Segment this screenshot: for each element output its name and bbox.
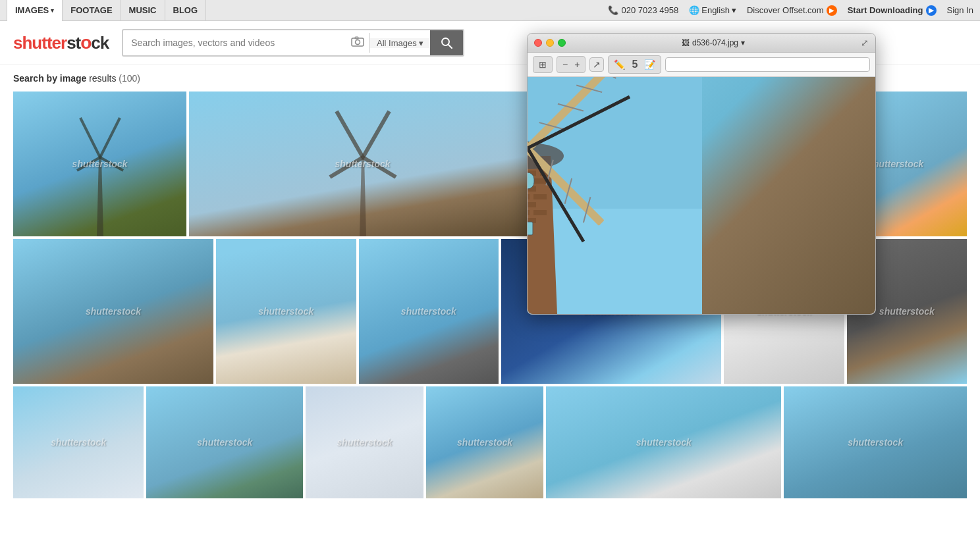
- window-close-button[interactable]: [534, 39, 542, 47]
- watermark-16: shutterstock: [848, 437, 903, 448]
- results-count: (100): [119, 73, 140, 84]
- grid-item-13[interactable]: shutterstock: [306, 386, 423, 498]
- svg-rect-29: [528, 194, 530, 199]
- zoom-out-button[interactable]: −: [560, 58, 570, 71]
- grid-item-1[interactable]: shutterstock: [13, 92, 186, 236]
- zoom-group: − +: [557, 56, 585, 73]
- nav-music[interactable]: MUSIC: [121, 0, 165, 21]
- svg-marker-10: [360, 157, 366, 236]
- zoom-in-button[interactable]: +: [572, 58, 582, 71]
- watermark-6: shutterstock: [258, 306, 313, 317]
- svg-rect-39: [528, 222, 533, 235]
- svg-rect-34: [528, 210, 530, 215]
- svg-line-9: [100, 157, 123, 171]
- grid-item-15[interactable]: shutterstock: [546, 386, 781, 498]
- watermark-5: shutterstock: [86, 306, 141, 317]
- svg-line-7: [100, 118, 120, 157]
- grid-item-5[interactable]: shutterstock: [13, 239, 213, 384]
- svg-rect-32: [528, 202, 536, 207]
- file-icon: 🖼: [682, 38, 690, 47]
- discover-offset-link[interactable]: Discover Offset.com ▶: [747, 5, 837, 16]
- window-maximize-button[interactable]: [558, 39, 566, 47]
- edit-group: ✏️ 5 📝: [608, 55, 661, 74]
- svg-rect-35: [533, 210, 547, 215]
- svg-line-4: [449, 45, 452, 48]
- logo-shutter: shutter: [13, 33, 67, 53]
- watermark-11: shutterstock: [51, 437, 106, 448]
- logo-stock: st: [67, 33, 80, 53]
- grid-item-2[interactable]: shutterstock: [189, 92, 536, 236]
- edit-button-1[interactable]: ✏️: [611, 58, 628, 71]
- title-dropdown-arrow: ▾: [741, 38, 745, 47]
- watermark-13: shutterstock: [337, 437, 393, 448]
- watermark-12: shutterstock: [197, 437, 252, 448]
- sign-in-link[interactable]: Sign In: [947, 5, 973, 15]
- window-resize-handle[interactable]: ⤢: [861, 38, 869, 48]
- preview-toolbar: ⊞ − + ↗ ✏️ 5 📝: [528, 53, 875, 77]
- preview-window: 🖼 d536-074.jpg ▾ ⤢ ⊞ − + ↗ ✏️ 5 📝: [527, 33, 876, 315]
- logo-dot: o: [80, 32, 91, 53]
- results-label: results: [89, 73, 116, 84]
- svg-line-12: [363, 111, 389, 157]
- language-selector[interactable]: 🌐 English ▾: [689, 5, 736, 15]
- svg-rect-30: [533, 194, 547, 199]
- start-dl-arrow-icon: ▶: [926, 5, 937, 16]
- lang-arrow: ▾: [732, 5, 736, 15]
- topbar: IMAGES ▾ FOOTAGE MUSIC BLOG 📞 020 7023 4…: [0, 0, 980, 21]
- watermark-7: shutterstock: [401, 306, 456, 317]
- edit-button-3[interactable]: 📝: [641, 58, 658, 71]
- search-bar: All Images ▾: [122, 29, 464, 57]
- nav-footage[interactable]: FOOTAGE: [63, 0, 121, 21]
- grid-view-button[interactable]: ⊞: [536, 58, 549, 71]
- grid-row-3: shutterstock shutterstock shutterstock s…: [13, 386, 967, 498]
- svg-line-11: [337, 111, 363, 157]
- grid-item-12[interactable]: shutterstock: [146, 386, 303, 498]
- globe-icon: 🌐: [689, 5, 699, 15]
- svg-line-14: [363, 157, 396, 177]
- grid-item-16[interactable]: shutterstock: [784, 386, 967, 498]
- watermark-14: shutterstock: [457, 437, 512, 448]
- watermark-4: shutterstock: [868, 159, 923, 169]
- preview-image: [528, 77, 875, 314]
- camera-search-button[interactable]: [346, 36, 369, 49]
- grid-item-11[interactable]: shutterstock: [13, 386, 144, 498]
- share-button[interactable]: ↗: [589, 57, 604, 72]
- discover-arrow-icon: ▶: [827, 5, 837, 16]
- edit-button-2[interactable]: 5: [629, 57, 640, 72]
- nav-blog[interactable]: BLOG: [165, 0, 207, 21]
- preview-titlebar: 🖼 d536-074.jpg ▾ ⤢: [528, 34, 875, 53]
- search-button[interactable]: [430, 30, 463, 55]
- watermark-15: shutterstock: [636, 437, 692, 448]
- svg-marker-5: [97, 157, 103, 236]
- search-input[interactable]: [123, 32, 346, 53]
- search-type-selector[interactable]: All Images ▾: [370, 38, 430, 48]
- images-dropdown-arrow: ▾: [51, 7, 54, 14]
- grid-item-6[interactable]: shutterstock: [216, 239, 356, 384]
- svg-line-8: [77, 157, 100, 171]
- svg-line-6: [80, 118, 100, 157]
- topbar-right: 📞 020 7023 4958 🌐 English ▾ Discover Off…: [608, 5, 973, 16]
- preview-title: 🖼 d536-074.jpg ▾: [570, 38, 857, 47]
- view-toggle-group: ⊞: [533, 56, 553, 73]
- watermark-10: shutterstock: [879, 306, 935, 317]
- phone-number: 📞 020 7023 4958: [608, 5, 678, 15]
- window-minimize-button[interactable]: [546, 39, 554, 47]
- search-by-image-label: Search by image: [13, 73, 86, 84]
- nav-images[interactable]: IMAGES ▾: [7, 0, 63, 21]
- preview-search-input[interactable]: [665, 57, 870, 72]
- grid-item-14[interactable]: shutterstock: [426, 386, 544, 498]
- svg-line-13: [330, 157, 363, 177]
- logo-ck: ck: [91, 33, 109, 53]
- start-downloading-button[interactable]: Start Downloading ▶: [848, 5, 937, 16]
- svg-point-1: [355, 40, 360, 45]
- grid-item-7[interactable]: shutterstock: [359, 239, 499, 384]
- logo[interactable]: shutterstock: [13, 32, 109, 53]
- phone-icon: 📞: [608, 5, 618, 15]
